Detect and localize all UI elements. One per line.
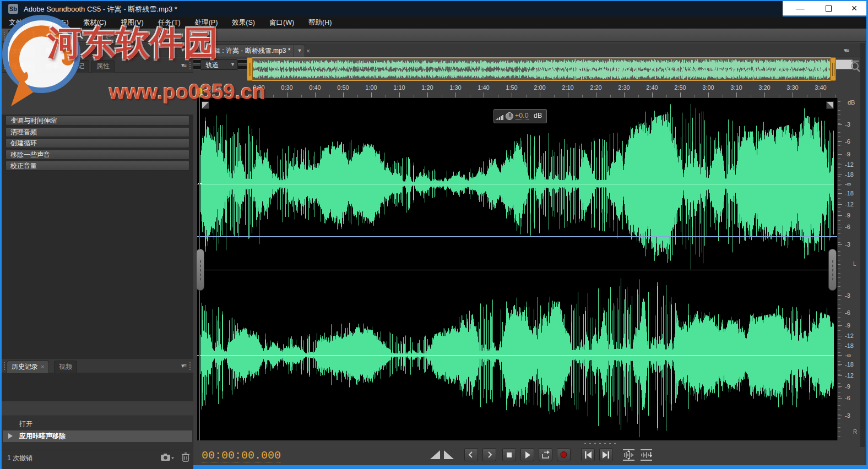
splitter-grip-dots[interactable] [583,442,617,445]
zoom-tool-button[interactable] [72,30,86,41]
channel-divider[interactable] [197,270,837,270]
track-selector-dropdown[interactable]: 轨道 ▼ [200,59,238,70]
menu-item-文件[interactable]: 文件(F) [2,17,39,29]
tasks-tab[interactable]: 效果 [41,60,64,73]
time-tick-label: 3:30 [786,84,798,91]
panel-grip[interactable] [3,362,6,370]
volume-hud[interactable]: +0.0 dB [493,109,547,123]
overview-right-handle[interactable] [830,57,836,81]
panel-menu-icon[interactable]: ▾≡ [181,362,186,369]
files-tab-label: 文件 [12,47,25,54]
volume-unit: dB [534,112,542,119]
vertical-scrollbar-right[interactable] [828,249,837,291]
menu-item-视图[interactable]: 视图(V) [113,17,151,29]
bottom-splitter[interactable] [197,440,860,447]
fade-in-handle[interactable] [202,101,209,109]
playhead-pin[interactable] [196,88,203,95]
task-item[interactable]: 校正音量 [6,161,189,171]
history-tab[interactable]: 视频 [54,361,77,373]
shrink-waveform-icon[interactable] [639,449,654,461]
minimize-button[interactable]: — [788,1,812,15]
panel-menu-icon[interactable]: ▾≡ [844,47,848,54]
toolbar-grip[interactable] [3,31,6,40]
panel-grip[interactable] [3,46,6,54]
editor-tabbar: 编辑 : 许嵩 - 断桥残雪.mp3 * ▼ × ▾≡ [196,43,865,57]
go-to-end-button[interactable] [599,448,613,461]
task-item[interactable]: 清理音频 [6,127,189,137]
panel-grip[interactable] [197,46,200,55]
stop-button[interactable] [502,448,516,461]
overview-selection-rect[interactable] [247,57,836,81]
vertical-scrollbar-left[interactable] [196,249,204,291]
menu-item-效果[interactable]: 效果(S) [225,17,262,29]
move-icon [44,30,57,40]
tab-close-icon[interactable]: × [28,63,31,69]
task-item[interactable]: 移除一些声音 [6,150,189,160]
arrow-tool-button[interactable] [8,30,23,41]
menu-item-任务[interactable]: 任务(T) [151,17,188,29]
fade-out-handle[interactable] [826,101,834,109]
files-tab[interactable]: 配乐 [41,45,64,57]
tasks-tab[interactable]: 标记 [66,60,89,73]
delete-trash-icon[interactable] [181,452,190,462]
panel-menu-icon[interactable]: ▾≡ [181,46,186,53]
menu-item-处理[interactable]: 处理(P) [188,17,225,29]
tab-close-icon[interactable]: × [28,47,31,54]
menu-item-帮助[interactable]: 帮助(H) [301,17,339,29]
marquee-tool-button[interactable] [87,30,101,41]
db-label: -3 [845,121,850,128]
stop-icon [503,449,516,461]
history-item[interactable]: 应用咔嗒声移除 [3,430,192,442]
tasks-tab[interactable]: 任务× [7,60,36,73]
go-to-start-button[interactable] [581,448,595,461]
editor-tab[interactable]: 编辑 : 许嵩 - 断桥残雪.mp3 * ▼ [202,45,305,57]
waveform-canvas[interactable] [197,98,837,440]
time-tick-major [652,92,653,97]
play-button[interactable] [520,448,534,461]
history-item[interactable]: 打开 [3,418,192,430]
nudge-left-button[interactable] [464,448,478,461]
time-tick-minor [357,95,358,97]
task-item[interactable]: 创建循环 [6,138,189,148]
editor-tab-close-icon[interactable]: × [306,47,310,55]
timeline-ruler[interactable]: 时分秒 0:200:300:400:501:001:101:201:301:40… [196,83,865,98]
panel-menu-icon[interactable]: ▾≡ [181,62,186,69]
menu-item-窗口[interactable]: 窗口(W) [262,17,301,29]
timecode-display[interactable]: 00:00:00.000 [202,449,281,462]
nudge-right-button[interactable] [482,448,496,461]
time-tick-major [793,92,793,97]
lasso-icon [103,30,116,40]
loop-playback-button[interactable] [539,448,552,461]
snapshot-camera-icon[interactable] [160,452,175,462]
lasso-tool-button[interactable] [103,30,117,41]
time-tick-label: 2:20 [590,84,601,91]
panel-grip[interactable] [189,46,192,54]
panel-grip[interactable] [189,61,192,70]
tab-close-icon[interactable]: × [41,363,44,370]
title-bar[interactable]: Sb Adobe Soundbooth CS5 - 许嵩 - 断桥残雪.mp3 … [2,1,783,17]
editor-tab-dropdown-icon[interactable]: ▼ [294,45,305,57]
panel-grip[interactable] [3,61,6,70]
waveform-display[interactable] [197,98,837,440]
time-tick-label: 0:40 [309,84,321,91]
menu-item-素材[interactable]: 素材(C) [76,17,113,29]
fade-in-icon[interactable] [430,450,441,460]
hand-tool-button[interactable] [58,30,72,41]
record-button[interactable] [557,448,571,461]
history-tab[interactable]: 历史记录× [7,361,49,373]
task-item[interactable]: 变调与时间伸缩 [6,116,189,126]
files-tab[interactable]: 文件× [7,45,36,57]
move-tool-button[interactable] [44,30,58,41]
close-button[interactable]: × [842,1,866,15]
overview-left-handle[interactable] [247,57,253,81]
time-selection-tool-button[interactable] [26,30,41,41]
fade-out-icon[interactable] [444,450,454,460]
maximize-button[interactable] [817,1,841,15]
tasks-tab[interactable]: 属性 [91,60,115,73]
volume-knob-icon[interactable] [506,112,513,120]
volume-value[interactable]: +0.0 [515,112,529,120]
panel-grip[interactable] [189,362,192,370]
chevron-down-icon[interactable]: ▼ [228,60,237,69]
expand-waveform-icon[interactable] [621,449,636,461]
menu-item-编辑[interactable]: 编辑(E) [39,17,76,29]
